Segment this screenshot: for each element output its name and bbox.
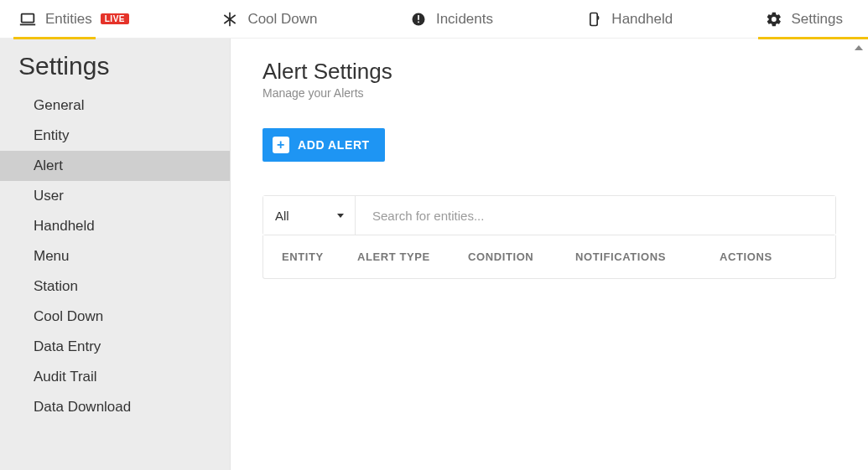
nav-handheld[interactable]: Handheld — [585, 0, 673, 39]
sidebar-item-alert[interactable]: Alert — [0, 151, 230, 181]
scroll-up-icon[interactable] — [853, 42, 865, 54]
add-alert-label: ADD ALERT — [298, 138, 370, 152]
nav-incidents-label: Incidents — [436, 11, 493, 28]
main-content: Alert Settings Manage your Alerts + ADD … — [231, 39, 868, 470]
plus-icon: + — [273, 137, 289, 153]
nav-settings-label: Settings — [792, 11, 843, 28]
svg-rect-4 — [590, 13, 597, 25]
sidebar-item-handheld[interactable]: Handheld — [0, 211, 230, 241]
nav-cooldown[interactable]: Cool Down — [221, 0, 317, 39]
handheld-icon — [585, 10, 603, 28]
sidebar-item-user[interactable]: User — [0, 181, 230, 211]
sidebar-item-datadownload[interactable]: Data Download — [0, 392, 230, 422]
sidebar-item-cooldown[interactable]: Cool Down — [0, 302, 230, 332]
col-entity: ENTITY — [282, 250, 357, 263]
snowflake-icon — [221, 10, 239, 28]
page-title: Alert Settings — [262, 59, 836, 85]
page-subtitle: Manage your Alerts — [262, 86, 836, 100]
nav-cooldown-label: Cool Down — [247, 11, 317, 28]
sidebar-title: Settings — [0, 47, 230, 90]
sidebar-item-station[interactable]: Station — [0, 271, 230, 302]
col-condition: CONDITION — [468, 250, 575, 263]
table-header: ENTITY ALERT TYPE CONDITION NOTIFICATION… — [263, 235, 835, 278]
nav-handheld-label: Handheld — [611, 11, 673, 28]
alerts-table: ENTITY ALERT TYPE CONDITION NOTIFICATION… — [262, 235, 836, 279]
col-alert-type: ALERT TYPE — [357, 250, 468, 263]
sidebar-item-menu[interactable]: Menu — [0, 241, 230, 271]
svg-rect-3 — [418, 21, 419, 23]
add-alert-button[interactable]: + ADD ALERT — [262, 128, 385, 162]
top-nav: Entities LIVE Cool Down Incidents Han — [0, 0, 868, 39]
nav-entities[interactable]: Entities LIVE — [18, 0, 129, 39]
laptop-icon — [18, 10, 37, 28]
gear-icon — [765, 10, 783, 28]
search-input[interactable] — [356, 196, 835, 235]
svg-rect-0 — [22, 13, 34, 22]
nav-entities-label: Entities — [45, 11, 92, 28]
filter-select[interactable]: All — [263, 196, 356, 235]
sidebar-item-entity[interactable]: Entity — [0, 121, 230, 151]
settings-sidebar: Settings General Entity Alert User Handh… — [0, 39, 231, 470]
svg-rect-2 — [418, 15, 419, 20]
sidebar-item-general[interactable]: General — [0, 90, 230, 121]
filter-bar: All — [262, 195, 836, 235]
sidebar-item-dataentry[interactable]: Data Entry — [0, 332, 230, 362]
col-notifications: NOTIFICATIONS — [575, 250, 720, 263]
col-actions: ACTIONS — [720, 250, 817, 263]
alert-circle-icon — [409, 10, 428, 28]
live-badge: LIVE — [101, 13, 129, 24]
sidebar-item-audittrail[interactable]: Audit Trail — [0, 362, 230, 392]
nav-settings[interactable]: Settings — [765, 0, 843, 39]
nav-incidents[interactable]: Incidents — [409, 0, 493, 39]
